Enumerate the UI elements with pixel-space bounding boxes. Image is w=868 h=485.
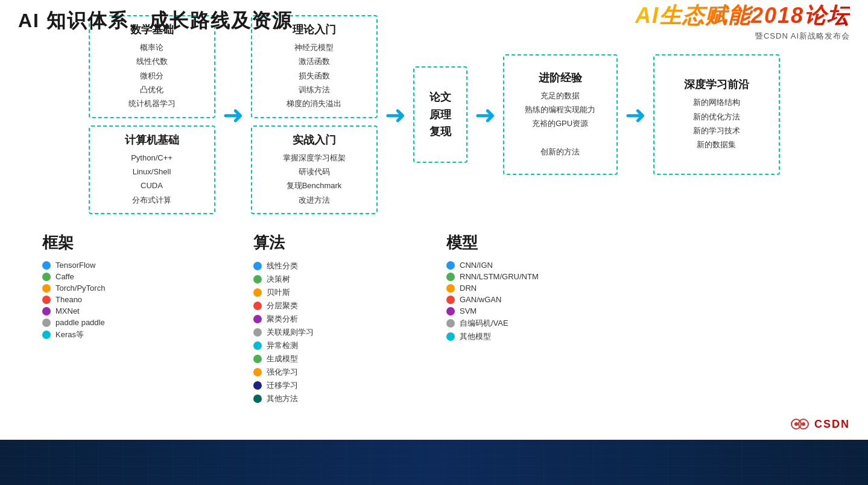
legend-text: GAN/wGAN	[460, 295, 501, 304]
algorithm-label: 算法	[253, 232, 386, 253]
legend-item: Torch/PyTorch	[42, 284, 205, 293]
legend-text: Theano	[55, 295, 82, 304]
legend-dot	[446, 273, 455, 281]
framework-label: 框架	[42, 232, 205, 253]
legend-text: 生成模型	[267, 353, 298, 364]
legend-dot	[253, 315, 262, 323]
practice-box: 实战入门 掌握深度学习框架研读代码复现Benchmark改进方法	[251, 125, 378, 215]
legend-dot	[253, 368, 262, 376]
legend-item: MXNet	[42, 306, 205, 315]
logo-title: AI生态赋能2018论坛	[635, 1, 850, 31]
legend-text: 贝叶斯	[267, 287, 290, 298]
legend-item: 关联规则学习	[253, 327, 386, 338]
legend-item: 强化学习	[253, 367, 386, 378]
logo-area: AI生态赋能2018论坛 暨CSDN AI新战略发布会	[635, 1, 850, 42]
legend-item: Theano	[42, 295, 205, 304]
csdn-text: CSDN	[814, 418, 850, 431]
legend-dot	[253, 275, 262, 284]
legend-text: 其他模型	[460, 331, 491, 342]
legend-dot	[42, 296, 51, 304]
legend-text: paddle paddle	[55, 318, 105, 327]
legend-dot	[446, 332, 455, 341]
legend-text: 异常检测	[267, 340, 298, 351]
middle-boxes: 理论入门 神经元模型激活函数损失函数训练方法梯度的消失溢出 实战入门 掌握深度学…	[251, 15, 378, 215]
legend-item: TensorFlow	[42, 261, 205, 270]
svg-point-2	[794, 422, 798, 426]
legend-dot	[253, 262, 262, 270]
paper-box: 论文原理复现	[413, 66, 467, 163]
legend-dot	[253, 395, 262, 403]
arrow-3: ➜	[475, 100, 496, 130]
deep-box: 深度学习前沿 新的网络结构新的优化方法新的学习技术新的数据集	[653, 54, 780, 175]
cs-box: 计算机基础 Python/C++Linux/ShellCUDA分布式计算	[89, 125, 215, 215]
legend-dot	[446, 307, 455, 315]
legend-text: Torch/PyTorch	[55, 284, 105, 293]
legend-item: paddle paddle	[42, 318, 205, 327]
legend-item: 其他方法	[253, 393, 386, 404]
theory-items: 神经元模型激活函数损失函数训练方法梯度的消失溢出	[287, 40, 341, 111]
legend-dot	[253, 328, 262, 337]
legend-dot	[42, 284, 51, 293]
cs-title: 计算机基础	[125, 133, 179, 147]
legend-item: CNN/IGN	[446, 261, 627, 270]
algorithm-list: 线性分类决策树贝叶斯分层聚类聚类分析关联规则学习异常检测生成模型强化学习迁移学习…	[253, 261, 386, 404]
legend-dot	[446, 284, 455, 293]
model-label: 模型	[446, 232, 627, 253]
practice-items: 掌握深度学习框架研读代码复现Benchmark改进方法	[283, 151, 346, 208]
math-items: 概率论线性代数微积分凸优化统计机器学习	[128, 40, 176, 111]
model-section: 模型 CNN/IGNRNN/LSTM/GRU/NTMDRNGAN/wGANSVM…	[386, 232, 627, 344]
legend-item: Keras等	[42, 329, 205, 340]
csdn-logo: CSDN	[790, 414, 850, 434]
legend-dot	[446, 261, 455, 270]
logo-subtitle: 暨CSDN AI新战略发布会	[755, 31, 850, 42]
legend-item: 分层聚类	[253, 300, 386, 311]
legend-dot	[253, 341, 262, 350]
legend-item: DRN	[446, 284, 627, 293]
deep-title: 深度学习前沿	[684, 77, 749, 92]
legend-text: 其他方法	[267, 393, 298, 404]
legend-text: 强化学习	[267, 367, 298, 378]
legend-text: RNN/LSTM/GRU/NTM	[460, 272, 539, 281]
legend-dot	[253, 302, 262, 310]
legend-item: 决策树	[253, 274, 386, 285]
framework-list: TensorFlowCaffeTorch/PyTorchTheanoMXNetp…	[42, 261, 205, 340]
legend-text: 自编码机/VAE	[460, 318, 508, 329]
legend-item: 线性分类	[253, 261, 386, 271]
legend-dot	[42, 319, 51, 327]
legend-text: CNN/IGN	[460, 261, 493, 270]
legend-text: 迁移学习	[267, 380, 298, 391]
bottom-section: 框架 TensorFlowCaffeTorch/PyTorchTheanoMXN…	[0, 229, 868, 410]
arrow-4: ➜	[625, 100, 646, 130]
legend-item: 生成模型	[253, 353, 386, 364]
legend-text: 线性分类	[267, 261, 298, 271]
legend-item: 自编码机/VAE	[446, 318, 627, 329]
legend-item: GAN/wGAN	[446, 295, 627, 304]
legend-item: SVM	[446, 306, 627, 315]
legend-text: Caffe	[55, 272, 74, 281]
header: AI 知识体系、成长路线及资源 AI生态赋能2018论坛 暨CSDN AI新战略…	[0, 0, 868, 42]
legend-item: 迁移学习	[253, 380, 386, 391]
arrow-1: ➜	[223, 100, 244, 130]
legend-dot	[42, 273, 51, 281]
framework-section: 框架 TensorFlowCaffeTorch/PyTorchTheanoMXN…	[36, 232, 205, 343]
page-title: AI 知识体系、成长路线及资源	[18, 8, 293, 34]
svg-point-3	[802, 422, 805, 426]
legend-dot	[446, 319, 455, 328]
legend-text: Keras等	[55, 329, 84, 340]
legend-text: DRN	[460, 284, 477, 293]
legend-item: 贝叶斯	[253, 287, 386, 298]
legend-text: 决策树	[267, 274, 290, 285]
cs-items: Python/C++Linux/ShellCUDA分布式计算	[131, 151, 173, 208]
exp-box: 进阶经验 充足的数据熟练的编程实现能力充裕的GPU资源创新的方法	[503, 54, 618, 175]
arrow-2: ➜	[385, 100, 406, 130]
left-boxes: 数学基础 概率论线性代数微积分凸优化统计机器学习 计算机基础 Python/C+…	[89, 15, 215, 215]
deep-items: 新的网络结构新的优化方法新的学习技术新的数据集	[693, 95, 740, 152]
legend-item: 异常检测	[253, 340, 386, 351]
legend-text: 聚类分析	[267, 314, 298, 325]
legend-dot	[446, 296, 455, 304]
legend-dot	[253, 288, 262, 297]
practice-title: 实战入门	[293, 133, 336, 147]
legend-dot	[253, 355, 262, 363]
legend-dot	[253, 381, 262, 390]
legend-item: RNN/LSTM/GRU/NTM	[446, 272, 627, 281]
